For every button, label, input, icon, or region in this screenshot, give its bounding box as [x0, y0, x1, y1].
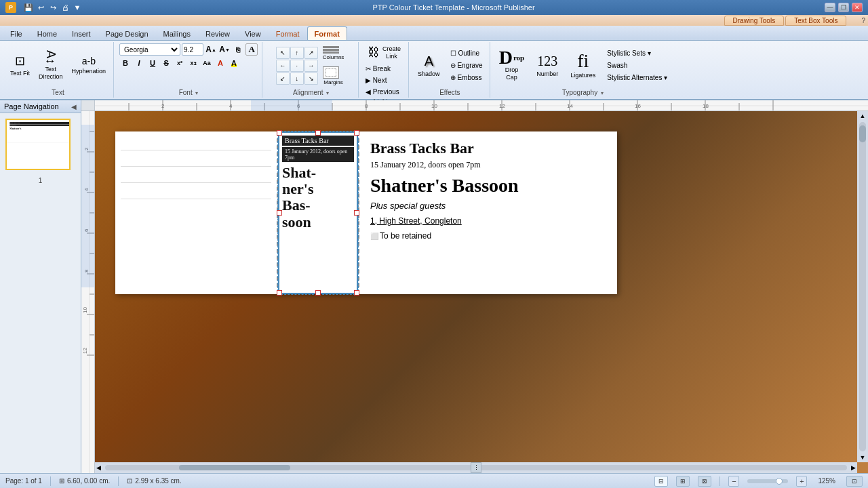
drop-cap-button[interactable]: Drop DropCap — [496, 46, 528, 85]
scroll-up-button[interactable]: ▲ — [859, 111, 867, 121]
align-bot-left-button[interactable]: ↙ — [276, 73, 290, 85]
next-link-button[interactable]: ▶ Next — [364, 75, 388, 85]
hyphenation-button[interactable]: a-b Hyphenation — [68, 46, 110, 85]
handle-tm — [315, 130, 321, 136]
swash-button[interactable]: Swash — [604, 60, 670, 70]
ribbon-help-button[interactable]: ? — [861, 17, 865, 24]
two-page-view-button[interactable]: ⊠ — [698, 476, 711, 487]
bold-button[interactable]: B — [119, 57, 132, 69]
engrave-button[interactable]: ⊖ Engrave — [448, 60, 486, 70]
columns-margins-area: Columns Margins — [321, 44, 347, 87]
scroll-left-button[interactable]: ◀ — [95, 463, 102, 472]
tab-view[interactable]: View — [237, 26, 269, 40]
shadow-button[interactable]: A Shadow — [414, 46, 443, 85]
tab-format-drawing[interactable]: Format — [269, 26, 307, 40]
horizontal-scrollbar[interactable]: ◀ ▶ ⋮ — [95, 462, 857, 473]
tab-file[interactable]: File — [3, 26, 30, 40]
ribbon-tab-bar: File Home Insert Page Design Mailings Re… — [0, 26, 868, 41]
save-button[interactable]: 💾 — [23, 2, 34, 13]
tab-insert[interactable]: Insert — [64, 26, 98, 40]
main-area: Page Navigation ◀ Brass Tacks Bar 15 Jan… — [0, 100, 868, 473]
align-top-center-button[interactable]: ↑ — [290, 47, 304, 59]
text-direction-button[interactable]: A↕ TextDirection — [35, 46, 66, 85]
text-alignment-grid: ↖ ↑ ↗ ← · → ↙ ↓ ↘ — [276, 47, 318, 85]
emboss-button[interactable]: ⊕ Emboss — [448, 73, 486, 83]
previous-link-button[interactable]: ◀ Previous — [364, 87, 401, 97]
page-thumbnail[interactable]: Brass Tacks Bar 15 January 2012... Shatn… — [5, 119, 71, 170]
tab-page-design[interactable]: Page Design — [98, 26, 156, 40]
ribbon-group-font: Georgia A▲ A▼ ⎘ A B I U S x² x₂ Aa A A — [115, 42, 262, 98]
stylistic-sets-button[interactable]: Stylistic Sets ▾ — [604, 48, 670, 58]
scroll-thumb-v[interactable] — [859, 125, 866, 142]
tab-review[interactable]: Review — [198, 26, 237, 40]
stylistic-alternates-button[interactable]: Stylistic Alternates ▾ — [604, 73, 670, 83]
handle-bm — [315, 290, 321, 296]
tab-format-text[interactable]: Format — [307, 26, 347, 40]
minimize-button[interactable]: — — [825, 3, 835, 12]
subscript-button[interactable]: x₂ — [187, 57, 199, 69]
text-fit-button[interactable]: ⊡ Text Fit — [7, 46, 33, 85]
page-nav-collapse-button[interactable]: ◀ — [71, 103, 77, 110]
ligatures-button[interactable]: fi Ligatures — [567, 46, 599, 85]
strikethrough-button[interactable]: S — [160, 57, 172, 69]
number-button[interactable]: 123 Number — [533, 46, 561, 85]
change-case-button[interactable]: Aa — [201, 57, 213, 69]
zoom-level-display[interactable]: 125% — [818, 477, 835, 485]
undo-button[interactable]: ↩ — [35, 2, 46, 13]
align-top-left-button[interactable]: ↖ — [276, 47, 290, 59]
font-color-button[interactable]: A — [214, 57, 226, 69]
font-group-content: Georgia A▲ A▼ ⎘ A B I U S x² x₂ Aa A A — [119, 43, 258, 87]
window-controls: — ❐ ✕ — [825, 3, 863, 12]
break-link-button[interactable]: ✂ Break — [364, 64, 392, 74]
decrease-font-size-button[interactable]: A▼ — [218, 43, 231, 56]
master-page-view-button[interactable]: ⊞ — [676, 476, 690, 487]
copy-formatting-button[interactable]: ⎘ — [232, 43, 244, 56]
increase-font-size-button[interactable]: A▲ — [205, 43, 217, 56]
scroll-thumb-h[interactable] — [179, 465, 290, 470]
svg-rect-50 — [81, 125, 95, 287]
underline-button[interactable]: U — [146, 57, 159, 69]
canvas-background[interactable]: ▲ ▼ ◀ ▶ ⋮ — [95, 111, 868, 473]
zoom-out-button[interactable]: − — [728, 476, 739, 487]
ruler-horizontal: 2 4 6 8 10 12 14 16 18 — [95, 100, 868, 111]
create-link-button[interactable]: ⛓ CreateLink — [364, 43, 404, 62]
align-mid-left-button[interactable]: ← — [276, 60, 290, 72]
tab-home[interactable]: Home — [30, 26, 64, 40]
zoom-in-button[interactable]: + — [796, 476, 807, 487]
outline-button[interactable]: ☐ Outline — [448, 48, 486, 58]
stylistic-options: Stylistic Sets ▾ Swash Stylistic Alterna… — [604, 48, 670, 83]
close-button[interactable]: ✕ — [852, 3, 863, 12]
ribbon-group-typography: Drop DropCap 123 Number fi Ligatures Sty… — [492, 42, 675, 98]
ticket-main-date: 15 January 2012, doors open 7pm — [370, 160, 606, 170]
print-preview-button[interactable]: 🖨 — [60, 2, 71, 13]
ticket-main-band: Shatner's Bassoon — [370, 176, 606, 197]
normal-view-button[interactable]: ⊟ — [654, 476, 668, 487]
restore-button[interactable]: ❐ — [838, 3, 849, 12]
svg-text:12: 12 — [82, 348, 88, 354]
page-number-label: 1 — [0, 177, 81, 184]
align-mid-right-button[interactable]: → — [304, 60, 318, 72]
vertical-scrollbar[interactable]: ▲ ▼ — [857, 111, 868, 462]
scroll-down-button[interactable]: ▼ — [859, 453, 867, 462]
align-mid-center-button[interactable]: · — [290, 60, 304, 72]
align-bot-right-button[interactable]: ↘ — [304, 73, 318, 85]
columns-button[interactable]: Columns — [321, 44, 347, 62]
ticket-middle-selected[interactable]: Brass Tacks Bar 15 January 2012, doors o… — [278, 131, 358, 294]
text-highlight-button[interactable]: A — [228, 57, 240, 69]
redo-button[interactable]: ↪ — [47, 2, 58, 13]
more-qa-button[interactable]: ▼ — [72, 2, 83, 13]
align-bot-center-button[interactable]: ↓ — [290, 73, 304, 85]
zoom-slider[interactable] — [747, 479, 788, 483]
scroll-right-button[interactable]: ▶ — [850, 463, 857, 472]
align-top-right-button[interactable]: ↗ — [304, 47, 318, 59]
split-handle[interactable]: ⋮ — [471, 462, 481, 473]
tab-mailings[interactable]: Mailings — [156, 26, 198, 40]
zoom-thumb[interactable] — [776, 478, 783, 485]
fit-page-button[interactable]: ⊡ — [846, 476, 863, 487]
superscript-button[interactable]: x² — [174, 57, 186, 69]
font-size-input[interactable] — [182, 43, 203, 56]
italic-button[interactable]: I — [133, 57, 145, 69]
text-box-A-button[interactable]: A — [245, 43, 258, 56]
margins-button[interactable]: Margins — [321, 64, 347, 87]
font-name-select[interactable]: Georgia — [119, 43, 180, 56]
